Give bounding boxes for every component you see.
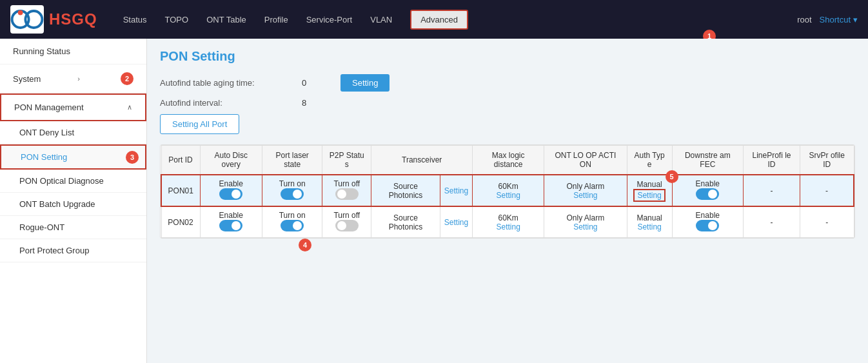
autofind-interval-value: 8 [302, 98, 328, 108]
col-port-laser: Port laser state [262, 146, 322, 175]
cell-port-laser: Turn on [262, 206, 322, 238]
sidebar-item-port-protect-group[interactable]: Port Protect Group [0, 239, 146, 262]
cell-line-profile: - [744, 206, 800, 238]
sidebar-item-running-status[interactable]: Running Status [0, 39, 146, 64]
port-laser-label: Turn on [266, 211, 318, 220]
ds-fec-toggle[interactable] [696, 220, 719, 231]
port-laser-toggle[interactable] [281, 220, 304, 231]
cell-auto-disc: Enable [200, 206, 262, 238]
cell-transceiver-name: Source Photonics [371, 175, 440, 206]
pon-table: Port ID Auto Disc overy Port laser state… [160, 144, 855, 239]
logo-area: HSGQ [10, 5, 97, 34]
logo-icon [10, 3, 44, 36]
settings-interval-row: Autofind interval: 8 [160, 98, 855, 108]
page-title: PON Setting [160, 49, 855, 64]
port-laser-toggle[interactable] [281, 188, 304, 200]
badge-3: 3 [126, 151, 139, 164]
cell-transceiver-link[interactable]: Setting [440, 175, 472, 206]
badge-5: 5 [666, 170, 678, 183]
col-port-id: Port ID [161, 146, 200, 175]
cell-p2p: Turn off [322, 175, 371, 206]
sidebar-item-pon-management[interactable]: PON Management ∧ [0, 93, 146, 121]
nav-advanced[interactable]: Advanced [410, 10, 468, 30]
sidebar-item-ont-batch-upgrade[interactable]: ONT Batch Upgrade [0, 193, 146, 216]
p2p-toggle[interactable] [335, 188, 359, 200]
sidebar-item-ont-deny-list[interactable]: ONT Deny List [0, 121, 146, 144]
cell-ont-loop: Only Alarm Setting [544, 175, 627, 206]
user-label: root [797, 15, 811, 25]
ds-fec-toggle[interactable] [696, 188, 719, 200]
cell-port-id: PON01 [161, 175, 200, 206]
table-row: PON02 Enable Turn on Turn off [161, 206, 854, 238]
sidebar-item-system[interactable]: System › 2 [0, 64, 146, 93]
cell-auto-disc: Enable [200, 175, 262, 206]
brand-name: HSGQ [49, 10, 97, 28]
svg-point-2 [18, 10, 23, 15]
auto-disc-toggle[interactable] [219, 188, 242, 200]
ont-loop-link[interactable]: Setting [573, 191, 597, 200]
chevron-right-icon: › [77, 75, 80, 83]
setting-all-port-button[interactable]: Setting All Port [160, 114, 239, 134]
port-laser-label: Turn on [266, 179, 318, 188]
settings-aging-row: Autofind table aging time: 0 Setting [160, 74, 855, 92]
col-line-profile: LineProfi le ID [744, 146, 800, 175]
col-transceiver: Transceiver [371, 146, 473, 175]
auto-disc-toggle[interactable] [219, 220, 242, 231]
layout: Running Status System › 2 PON Management… [0, 39, 868, 363]
p2p-label: Turn off [326, 211, 367, 220]
cell-max-dist: 60Km Setting [473, 175, 544, 206]
cell-transceiver-name: Source Photonics [371, 206, 440, 238]
nav-profile[interactable]: Profile [264, 15, 288, 25]
cell-srv-profile: - [800, 206, 854, 238]
p2p-label: Turn off [326, 179, 367, 188]
nav-service-port[interactable]: Service-Port [306, 15, 353, 25]
col-ont-loop: ONT LO OP ACTI ON [544, 146, 627, 175]
nav-ont-table[interactable]: ONT Table [206, 15, 246, 25]
cell-transceiver-link[interactable]: Setting [440, 206, 472, 238]
badge-2: 2 [121, 72, 133, 85]
sidebar-item-pon-optical-diagnose[interactable]: PON Optical Diagnose [0, 170, 146, 193]
nav-links: Status TOPO ONT Table Profile Service-Po… [123, 10, 797, 30]
sidebar: Running Status System › 2 PON Management… [0, 39, 147, 363]
cell-port-id: PON02 [161, 206, 200, 238]
badge-4: 4 [299, 239, 311, 251]
col-auto-disc: Auto Disc overy [200, 146, 262, 175]
nav-topo[interactable]: TOPO [165, 15, 189, 25]
auto-disc-label: Enable [204, 179, 259, 188]
cell-max-dist: 60Km Setting [473, 206, 544, 238]
col-p2p: P2P Statu s [322, 146, 371, 175]
ont-loop-link[interactable]: Setting [573, 222, 597, 231]
header-right: root Shortcut ▾ [797, 15, 858, 25]
chevron-up-icon: ∧ [127, 103, 132, 112]
p2p-toggle[interactable] [335, 220, 359, 231]
chevron-down-icon: ▾ [853, 15, 858, 25]
auto-disc-label: Enable [204, 211, 259, 220]
nav-status[interactable]: Status [123, 15, 147, 25]
col-max-dist: Max logic distance [473, 146, 544, 175]
auth-type-link[interactable]: Setting [633, 189, 665, 202]
cell-port-laser: Turn on [262, 175, 322, 206]
sidebar-item-rogue-ont[interactable]: Rogue-ONT [0, 216, 146, 239]
nav-vlan[interactable]: VLAN [370, 15, 392, 25]
cell-ont-loop: Only Alarm Setting [544, 206, 627, 238]
auth-type-link[interactable]: Setting [637, 222, 661, 231]
cell-ds-fec: Enable [672, 175, 743, 206]
cell-auth-type: Manual Setting [627, 206, 672, 238]
cell-p2p: Turn off [322, 206, 371, 238]
autofind-aging-label: Autofind table aging time: [160, 78, 289, 88]
cell-auth-type: Manual Setting 5 [627, 175, 672, 206]
col-auth-type: Auth Typ e [627, 146, 672, 175]
sidebar-item-pon-setting[interactable]: PON Setting 3 [0, 144, 146, 170]
autofind-aging-value: 0 [302, 78, 328, 88]
setting-button[interactable]: Setting [340, 74, 390, 92]
max-dist-link[interactable]: Setting [496, 222, 520, 231]
autofind-interval-label: Autofind interval: [160, 98, 289, 108]
shortcut-button[interactable]: Shortcut ▾ [820, 15, 858, 25]
col-ds-fec: Downstre am FEC [672, 146, 743, 175]
logo-box [10, 5, 44, 34]
max-dist-link[interactable]: Setting [496, 191, 520, 200]
header: HSGQ Status TOPO ONT Table Profile Servi… [0, 0, 868, 39]
cell-srv-profile: - [800, 175, 854, 206]
table-row: PON01 Enable Turn on Turn off [161, 175, 854, 206]
col-srv-profile: SrvPr ofile ID [800, 146, 854, 175]
